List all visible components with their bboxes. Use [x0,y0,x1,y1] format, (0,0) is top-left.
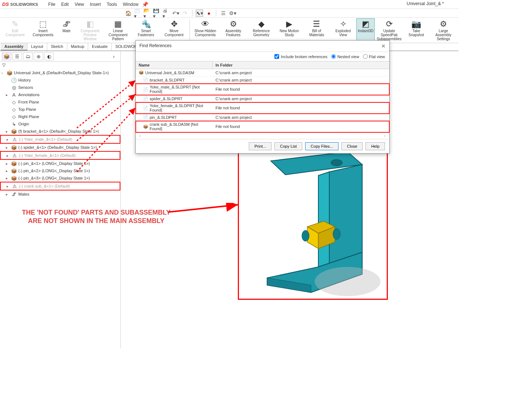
table-row[interactable]: 📄bracket_&.SLDPRTC:\crank arm project [136,76,389,84]
fm-tab-config[interactable]: 🗂 [23,52,33,60]
menu-view[interactable]: View [72,1,87,8]
redo-icon[interactable]: ↷ [181,10,189,17]
dialog-titlebar[interactable]: Find References ✕ [136,41,389,52]
take-snapshot-button[interactable]: 📷Take Snapshot [404,18,429,42]
reference-geometry-icon: ◆ [258,19,265,29]
assembly-features-button[interactable]: ⚙Assembly Features [220,18,247,42]
tree-item[interactable]: ▸📦(-) pin_&<3> (LONG<_Display State 1>) [0,174,120,182]
tree-root[interactable]: › 📦 Universal Joint_& (Default<Default_D… [0,69,120,76]
save-icon[interactable]: 💾▾ [153,10,160,17]
fm-tab-tree[interactable]: 📦 [2,52,11,60]
fm-expand-icon[interactable]: › [109,52,119,60]
tree-item[interactable]: ↳Origin [0,120,120,128]
tree-item[interactable]: ◇Right Plane [0,113,120,120]
feature-tree-panel: 📦 ☰ 🗂 ⊕ ◐ › ▽ › 📦 Universal Joint_& (Def… [0,51,121,348]
tree-item[interactable]: ▸⚠(-) Yoke_male_&<1> (Default) [0,135,120,144]
fm-filter[interactable]: ▽ [0,62,120,68]
table-row[interactable]: 📄pin_&.SLDPRTC:\crank arm project [136,114,389,121]
fm-panel-tabs: 📦 ☰ 🗂 ⊕ ◐ › [0,51,120,62]
tree-item[interactable]: 🕑History [0,76,120,84]
tab-sketch[interactable]: Sketch [47,43,67,50]
tree-item[interactable]: ▸⚠(-) crank sub_&<1> (Default) [0,182,120,190]
home-icon[interactable]: 🏠 [124,10,132,17]
options-icon[interactable]: ☰ [220,10,227,17]
tree-item[interactable]: ▸📦(-) pin_&<2> (LONG<_Display State 1>) [0,167,120,174]
window-title: Universal Joint_& * [407,1,444,6]
close-icon[interactable]: ✕ [381,43,386,49]
tree-item[interactable]: ▸📦(-) pin_&<1> (LONG<_Display State 1>) [0,160,120,167]
select-icon[interactable]: ⬉▾ [196,10,203,17]
nested-view-radio[interactable]: Nested view [331,54,359,59]
tree-item[interactable]: ◇Front Plane [0,98,120,106]
show-hidden-icon: 👁 [201,19,209,29]
table-row[interactable]: 📄Yoke_female_&.SLDPRT [Not Found]File no… [136,102,389,114]
solidworks-logo: DS [2,1,9,7]
bom-icon: ☰ [313,19,320,29]
close-button[interactable]: Close [341,142,363,150]
table-row[interactable]: 📄Yoke_male_&.SLDPRT [Not Found]File not … [136,84,389,95]
tree-item[interactable]: ▸🖇Mates [0,190,120,198]
tab-assembly[interactable]: Assembly [1,43,27,50]
linear-pattern-icon: ▦ [114,19,122,29]
fm-tab-appearance[interactable]: ◐ [44,52,54,60]
exploded-view-button[interactable]: ✧Exploded View [330,18,356,42]
tab-evaluate[interactable]: Evaluate [88,43,112,50]
tab-markup[interactable]: Markup [67,43,89,50]
table-row[interactable]: 📦crank sub_&.SLDASM [Not Found]File not … [136,121,389,132]
pin-icon[interactable]: 📌 [141,1,149,8]
large-assembly-button[interactable]: ⚙Large Assembly Settings [430,18,457,42]
copy-list-button[interactable]: Copy List [274,142,302,150]
tab-layout[interactable]: Layout [27,43,47,50]
include-broken-checkbox[interactable]: Include broken references [274,54,327,59]
new-icon[interactable]: 📄▾ [134,10,141,17]
menu-window[interactable]: Window [120,1,142,8]
table-scroll[interactable]: ‹› [136,132,389,139]
table-row[interactable]: 📦Universal Joint_&.SLDASMC:\crank arm pr… [136,69,389,76]
copy-files-button[interactable]: Copy Files... [305,142,338,150]
tree-item[interactable]: ◎Sensors [0,84,120,91]
smart-fasteners-button[interactable]: 🔩Smart Fasteners [132,18,160,42]
fm-tab-display[interactable]: ⊕ [34,52,43,60]
edit-component-button: ✎Edit Component [1,18,29,42]
settings-icon[interactable]: ⚙▾ [229,10,236,17]
fm-tab-props[interactable]: ☰ [12,52,22,60]
show-hidden-button[interactable]: 👁Show Hidden Components [192,18,219,42]
menu-insert[interactable]: Insert [87,1,104,8]
move-component-button[interactable]: ✥Move Component [160,18,188,42]
menu-edit[interactable]: Edit [58,1,72,8]
new-motion-button[interactable]: ▶New Motion Study [276,18,303,42]
menu-tools[interactable]: Tools [104,1,120,8]
tree-item-icon: 📦 [11,168,17,174]
bom-button[interactable]: ☰Bill of Materials [304,18,330,42]
print-button[interactable]: Print... [249,142,271,150]
update-speedpak-button[interactable]: ⟳Update SpeedPak Subassemblies [375,18,403,42]
help-button[interactable]: Help [366,142,385,150]
print-icon[interactable]: 🖨▾ [162,10,170,17]
instant3d-button[interactable]: ◩Instant3D [356,18,375,42]
col-name[interactable]: Name [136,61,213,69]
insert-components-button[interactable]: ⬚Insert Components [29,18,57,42]
tree-item-icon: 📦 [11,175,17,181]
tree-item[interactable]: ▸AAnnotations [0,91,120,98]
open-icon[interactable]: 📂▾ [143,10,151,17]
tree-item[interactable]: ◇Top Plane [0,106,120,113]
file-icon: 📄 [143,87,148,92]
assembly-features-icon: ⚙ [230,19,237,29]
menu-file[interactable]: File [45,1,58,8]
table-row[interactable]: 📄spider_&.SLDPRTC:\crank arm project [136,95,389,102]
mate-icon: 🖇 [63,19,71,29]
undo-icon[interactable]: ↶▾ [172,10,179,17]
update-speedpak-icon: ⟳ [386,19,393,29]
tree-item[interactable]: ▸📦(-) spider_&<1> (Default<_Display Stat… [0,144,120,151]
rebuild-icon[interactable]: ● [205,10,213,17]
feature-tree: › 📦 Universal Joint_& (Default<Default_D… [0,68,120,199]
annotation-text: THE 'NOT FOUND' PARTS AND SUBASSEMBLY AR… [22,208,171,226]
flat-view-radio[interactable]: Flat view [363,54,385,59]
col-folder[interactable]: In Folder [213,61,389,69]
linear-pattern-button[interactable]: ▦Linear Component Pattern [104,18,132,42]
reference-geometry-button[interactable]: ◆Reference Geometry [248,18,275,42]
mate-button[interactable]: 🖇Mate [57,18,76,42]
tree-item[interactable]: ▸⚠(-) Yoke_female_&<1> (Default) [0,151,120,160]
tree-item[interactable]: ▸📦(f) bracket_&<1> (Default<_Display Sta… [0,128,120,135]
quick-access-toolbar: 🏠 📄▾ 📂▾ 💾▾ 🖨▾ ↶▾ ↷ ⬉▾ ● ☰ ⚙▾ [0,9,458,18]
